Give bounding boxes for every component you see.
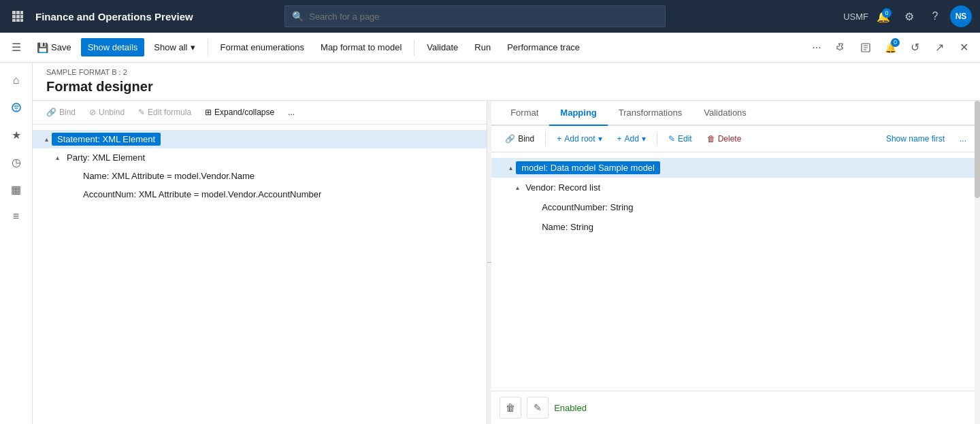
tab-mapping[interactable]: Mapping xyxy=(549,101,607,126)
tree-toggle-accountnum xyxy=(68,189,79,200)
action-bar: ☰ 💾 Save Show details Show all Format en… xyxy=(0,33,980,63)
sidebar-home-icon[interactable]: ⌂ xyxy=(4,68,29,93)
map-tree-label-name-string: Name: String xyxy=(539,221,596,233)
map-toggle-vendor[interactable]: ▴ xyxy=(512,182,523,193)
mapping-sep-1 xyxy=(545,132,546,146)
action-bar-right: ··· 🔔 0 ↺ ↗ ✕ xyxy=(806,37,975,59)
hamburger-icon[interactable]: ☰ xyxy=(5,37,27,59)
mapping-toolbar-right: Show name first ... xyxy=(881,131,972,146)
sidebar-recent-icon[interactable]: ◷ xyxy=(4,150,29,174)
main-layout: ⌂ ★ ◷ ▦ ≡ SAMPLE FORMAT B : 2 Format des… xyxy=(0,63,980,424)
book-icon[interactable] xyxy=(855,37,877,59)
sidebar-favorites-icon[interactable]: ★ xyxy=(4,123,29,147)
action-bar-separator-1 xyxy=(208,39,208,56)
settings-icon[interactable]: ⚙ xyxy=(898,5,920,27)
mapping-more-button[interactable]: ... xyxy=(954,131,972,146)
show-details-button[interactable]: Show details xyxy=(81,38,145,56)
map-format-to-model-button[interactable]: Map format to model xyxy=(314,38,408,56)
add-root-button[interactable]: + Add root xyxy=(551,131,607,146)
tree-item-accountnum[interactable]: AccountNum: XML Attribute = model.Vendor… xyxy=(33,185,487,203)
split-pane: 🔗 Bind ⊘ Unbind ✎ Edit formula ⊞ Expand/… xyxy=(33,101,980,424)
more-options-icon[interactable]: ··· xyxy=(806,37,828,59)
left-pane: 🔗 Bind ⊘ Unbind ✎ Edit formula ⊞ Expand/… xyxy=(33,101,487,424)
expand-collapse-button[interactable]: ⊞ Expand/collapse xyxy=(199,105,280,120)
add-icon: + xyxy=(617,134,622,144)
show-name-first-button[interactable]: Show name first xyxy=(881,131,950,146)
edit-button[interactable]: ✎ Edit xyxy=(663,131,698,146)
left-pane-tree: ▴ Statement: XML Element ▴ Party: XML El… xyxy=(33,125,487,424)
map-tree-label-model: model: Data model Sample model xyxy=(516,161,660,174)
sidebar-list-icon[interactable]: ≡ xyxy=(4,204,29,229)
tree-toggle-statement[interactable]: ▴ xyxy=(41,134,52,145)
tab-transformations[interactable]: Transformations xyxy=(608,101,693,126)
help-icon[interactable]: ? xyxy=(924,5,946,27)
performance-trace-button[interactable]: Performance trace xyxy=(500,38,587,56)
status-label: Enabled xyxy=(554,403,587,413)
edit-bottom-button[interactable]: ✎ xyxy=(527,397,549,419)
delete-icon: 🗑 xyxy=(707,134,715,144)
expand-collapse-icon: ⊞ xyxy=(205,108,212,117)
bind-icon: 🔗 xyxy=(46,108,56,117)
map-tree-item-model[interactable]: ▴ model: Data model Sample model xyxy=(491,158,980,178)
left-pane-toolbar: 🔗 Bind ⊘ Unbind ✎ Edit formula ⊞ Expand/… xyxy=(33,101,487,125)
map-tree-item-accountnumber[interactable]: AccountNumber: String xyxy=(491,197,980,217)
tree-toggle-party[interactable]: ▴ xyxy=(52,152,63,163)
bind-button[interactable]: 🔗 Bind xyxy=(41,105,81,120)
search-icon: 🔍 xyxy=(292,11,304,22)
map-tree-label-vendor: Vendor: Record list xyxy=(523,181,603,194)
tree-item-party[interactable]: ▴ Party: XML Element xyxy=(33,148,487,167)
map-tree-label-accountnumber: AccountNumber: String xyxy=(539,201,636,214)
search-input[interactable] xyxy=(309,12,658,22)
delete-bottom-button[interactable]: 🗑 xyxy=(500,397,521,419)
breadcrumb: SAMPLE FORMAT B : 2 xyxy=(46,68,966,76)
map-tree-item-name-string[interactable]: Name: String xyxy=(491,217,980,237)
page-title: Format designer xyxy=(33,76,980,101)
svg-rect-0 xyxy=(12,11,16,14)
edit-formula-button[interactable]: ✎ Edit formula xyxy=(133,105,197,120)
svg-rect-6 xyxy=(12,19,16,22)
mapping-bind-icon: 🔗 xyxy=(505,134,515,144)
save-icon: 💾 xyxy=(37,42,48,53)
delete-button[interactable]: 🗑 Delete xyxy=(702,131,747,146)
map-toggle-model[interactable]: ▴ xyxy=(505,163,516,174)
badge-notifications-icon[interactable]: 🔔 0 xyxy=(879,37,901,59)
breadcrumb-area: SAMPLE FORMAT B : 2 xyxy=(33,63,980,76)
mapping-tree: ▴ model: Data model Sample model ▴ Vendo… xyxy=(491,152,980,391)
format-enumerations-button[interactable]: Format enumerations xyxy=(214,38,312,56)
run-button[interactable]: Run xyxy=(468,38,497,56)
top-navigation: Finance and Operations Preview 🔍 USMF 🔔 … xyxy=(0,0,980,33)
puzzle-icon[interactable] xyxy=(830,37,852,59)
sidebar-workspaces-icon[interactable]: ▦ xyxy=(4,177,29,201)
svg-rect-5 xyxy=(20,15,23,18)
right-scrollbar[interactable] xyxy=(975,101,980,424)
scrollbar-thumb xyxy=(975,101,980,198)
validate-button[interactable]: Validate xyxy=(420,38,465,56)
sidebar-filter-icon[interactable] xyxy=(4,95,29,120)
notifications-icon[interactable]: 🔔 0 xyxy=(872,5,894,27)
left-more-button[interactable]: ... xyxy=(282,105,300,120)
refresh-icon[interactable]: ↺ xyxy=(904,37,926,59)
search-bar[interactable]: 🔍 xyxy=(284,5,666,27)
region-label: USMF xyxy=(843,12,868,22)
unbind-icon: ⊘ xyxy=(89,108,96,117)
tree-toggle-name xyxy=(68,171,79,182)
tab-validations[interactable]: Validations xyxy=(693,101,757,126)
show-all-button[interactable]: Show all xyxy=(147,38,201,56)
svg-rect-8 xyxy=(20,19,23,22)
close-icon[interactable]: ✕ xyxy=(953,37,975,59)
edit-formula-icon: ✎ xyxy=(138,108,145,117)
add-chevron-icon xyxy=(642,134,646,144)
share-icon[interactable]: ↗ xyxy=(928,37,950,59)
svg-rect-3 xyxy=(12,15,16,18)
apps-icon[interactable] xyxy=(8,7,27,26)
add-button[interactable]: + Add xyxy=(612,131,651,146)
tree-item-name[interactable]: Name: XML Attribute = model.Vendor.Name xyxy=(33,167,487,185)
save-button[interactable]: 💾 Save xyxy=(30,38,78,57)
tab-format[interactable]: Format xyxy=(500,101,549,126)
map-tree-item-vendor[interactable]: ▴ Vendor: Record list xyxy=(491,178,980,197)
avatar[interactable]: NS xyxy=(950,5,972,27)
unbind-button[interactable]: ⊘ Unbind xyxy=(84,105,130,120)
mapping-bind-button[interactable]: 🔗 Bind xyxy=(500,131,540,146)
tree-item-statement[interactable]: ▴ Statement: XML Element xyxy=(33,130,487,148)
tree-label-name: Name: XML Attribute = model.Vendor.Name xyxy=(79,169,259,182)
